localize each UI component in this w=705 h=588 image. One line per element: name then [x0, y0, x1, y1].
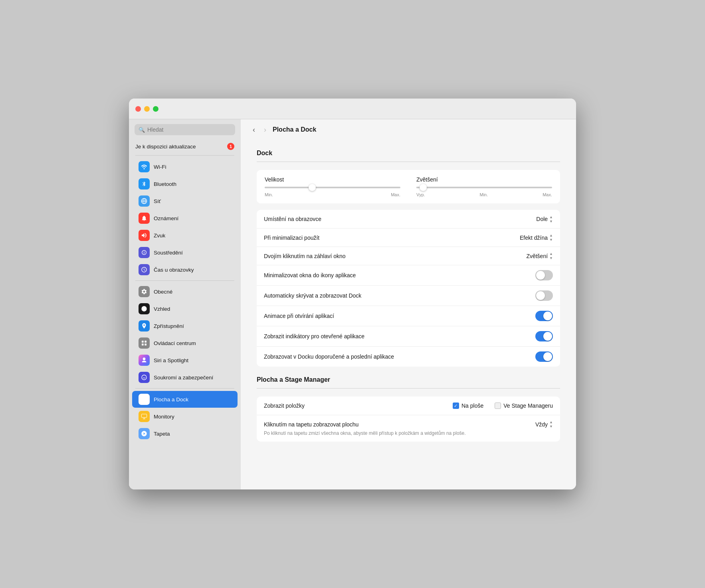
- sidebar-item-appearance[interactable]: Vzhled: [132, 300, 238, 317]
- size-max-label: Max.: [391, 192, 400, 197]
- notifications-icon: [139, 213, 150, 224]
- na-plose-label: Na ploše: [461, 403, 483, 409]
- zoom-slider-track[interactable]: [416, 187, 552, 188]
- bluetooth-icon: [139, 178, 150, 189]
- dock-row-label-6: Zobrazit indikátory pro otevřené aplikac…: [264, 333, 535, 339]
- general-icon: [139, 286, 150, 297]
- sidebar-item-general[interactable]: Obecné: [132, 283, 238, 300]
- detail-header: ‹ › Plocha a Dock: [241, 119, 576, 140]
- svg-rect-10: [141, 414, 147, 418]
- dock-row-1: Při minimalizaci použítEfekt džína ▲▼: [257, 228, 560, 247]
- ve-stage-checkbox[interactable]: Ve Stage Manageru: [495, 403, 553, 409]
- sidebar-item-siri[interactable]: Siri a Spotlight: [132, 352, 238, 369]
- dock-row-label-0: Umístění na obrazovce: [264, 216, 536, 222]
- wallpaper-label: Tapeta: [154, 431, 170, 437]
- accessibility-icon: [139, 320, 150, 331]
- sidebar-item-notifications[interactable]: Oznámení: [132, 210, 238, 227]
- dock-row-value-1: Efekt džína: [520, 235, 548, 241]
- search-bar[interactable]: 🔍: [135, 124, 235, 135]
- toggle-knob-4: [536, 291, 545, 300]
- dock-row-label-2: Dvojím kliknutím na záhlaví okno: [264, 253, 526, 259]
- dock-row-label-5: Animace při otvírání aplikací: [264, 313, 535, 319]
- sidebar-item-privacy[interactable]: Soukromí a zabezpečení: [132, 369, 238, 386]
- sidebar-item-screentime[interactable]: Čas u obrazovky: [132, 261, 238, 278]
- select-arrows-icon: ▲▼: [549, 420, 553, 428]
- dock-row-label-3: Minimalizovat okna do ikony aplikace: [264, 272, 535, 278]
- sliders-card: Velikost Min. Max. Zv: [257, 170, 560, 203]
- zoom-slider-labels: Vyp. Min. Max.: [416, 192, 552, 197]
- size-slider-thumb[interactable]: [309, 184, 316, 191]
- size-label: Velikost: [265, 176, 400, 183]
- stage-manager-divider: [257, 388, 560, 389]
- dock-row-select-1[interactable]: Efekt džína ▲▼: [520, 233, 553, 242]
- main-window: 🔍 Je k dispozici aktualizace 1 Wi-FiBlue…: [129, 99, 576, 489]
- network-label: Síť: [154, 198, 161, 204]
- tapeta-select[interactable]: Vždy ▲▼: [535, 420, 553, 428]
- dock-row-toggle-6[interactable]: [535, 331, 553, 341]
- dock-row-select-2[interactable]: Zvětšení ▲▼: [526, 252, 553, 260]
- control-icon: [139, 337, 150, 349]
- toggle-knob-5: [543, 312, 552, 320]
- sidebar-item-bluetooth[interactable]: Bluetooth: [132, 176, 238, 192]
- update-badge: 1: [227, 143, 234, 150]
- ve-stage-check-icon: [495, 403, 501, 409]
- sidebar-item-control[interactable]: Ovládací centrum: [132, 335, 238, 351]
- dock-row-toggle-5[interactable]: [535, 311, 553, 321]
- sidebar-item-displays[interactable]: Monitory: [132, 408, 238, 425]
- siri-label: Siri a Spotlight: [154, 357, 188, 363]
- zoom-max-label: Max.: [543, 192, 552, 197]
- dock-row-6: Zobrazit indikátory pro otevřené aplikac…: [257, 326, 560, 346]
- sidebar-item-sound[interactable]: Zvuk: [132, 227, 238, 244]
- minimize-button[interactable]: [144, 106, 150, 112]
- desktop-label: Plocha a Dock: [154, 397, 188, 403]
- desktop-icon: [139, 394, 150, 405]
- sidebar-divider-2: [135, 280, 234, 281]
- search-input[interactable]: [147, 126, 231, 133]
- svg-rect-5: [145, 341, 147, 343]
- dock-settings-card: Umístění na obrazovceDole ▲▼ Při minimal…: [257, 210, 560, 367]
- wallpaper-icon: [139, 428, 150, 439]
- size-slider-track[interactable]: [265, 187, 400, 188]
- show-items-checkboxes: ✓ Na ploše Ve Stage Manageru: [453, 403, 553, 409]
- update-item[interactable]: Je k dispozici aktualizace 1: [129, 140, 241, 153]
- wifi-label: Wi-Fi: [154, 164, 166, 170]
- size-min-label: Min.: [265, 192, 273, 197]
- dock-section-title: Dock: [257, 150, 560, 157]
- dock-row-toggle-4[interactable]: [535, 290, 553, 301]
- traffic-lights: [135, 106, 158, 112]
- maximize-button[interactable]: [153, 106, 158, 112]
- zoom-slider-thumb[interactable]: [420, 184, 427, 191]
- displays-label: Monitory: [154, 414, 174, 420]
- stage-manager-section-title: Plocha a Stage Manager: [257, 376, 560, 383]
- sidebar-item-wifi[interactable]: Wi-Fi: [132, 158, 238, 175]
- select-arrows-0-icon: ▲▼: [549, 215, 553, 223]
- toggle-knob-6: [543, 332, 552, 341]
- siri-icon: [139, 355, 150, 366]
- show-items-row: Zobrazit položky ✓ Na ploše Ve Stage Man…: [257, 397, 560, 415]
- focus-label: Soustředění: [154, 250, 183, 256]
- tapeta-label: Kliknutím na tapetu zobrazovat plochu: [264, 421, 535, 428]
- dock-row-0: Umístění na obrazovceDole ▲▼: [257, 210, 560, 228]
- svg-rect-4: [142, 341, 144, 343]
- dock-row-select-0[interactable]: Dole ▲▼: [536, 215, 553, 223]
- sidebar-item-wallpaper[interactable]: Tapeta: [132, 425, 238, 442]
- size-slider-labels: Min. Max.: [265, 192, 400, 197]
- back-button[interactable]: ‹: [250, 124, 257, 136]
- forward-button[interactable]: ›: [261, 124, 269, 136]
- show-items-label: Zobrazit položky: [264, 403, 453, 409]
- dock-row-toggle-7[interactable]: [535, 351, 553, 362]
- dock-row-value-0: Dole: [536, 216, 548, 222]
- privacy-label: Soukromí a zabezpečení: [154, 375, 213, 381]
- sidebar-item-accessibility[interactable]: Zpřístupnění: [132, 318, 238, 334]
- sidebar-item-network[interactable]: Síť: [132, 193, 238, 209]
- sidebar-item-focus[interactable]: Soustředění: [132, 244, 238, 261]
- detail-content: Dock Velikost Min.: [241, 140, 576, 489]
- toggle-knob-3: [536, 271, 545, 280]
- dock-divider: [257, 162, 560, 162]
- zoom-label: Zvětšení: [416, 176, 552, 183]
- na-plose-checkbox[interactable]: ✓ Na ploše: [453, 403, 483, 409]
- sidebar-item-desktop[interactable]: Plocha a Dock: [132, 391, 238, 408]
- stage-manager-card: Zobrazit položky ✓ Na ploše Ve Stage Man…: [257, 397, 560, 442]
- close-button[interactable]: [135, 106, 141, 112]
- dock-row-toggle-3[interactable]: [535, 270, 553, 280]
